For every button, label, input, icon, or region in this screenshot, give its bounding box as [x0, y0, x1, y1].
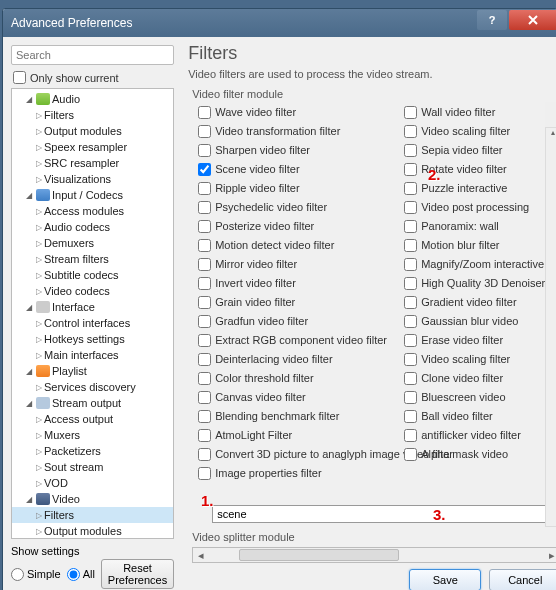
radio-all[interactable]: All — [67, 568, 95, 581]
filter-checkbox[interactable] — [198, 296, 211, 309]
filter-checkbox[interactable] — [198, 144, 211, 157]
tree-playlist-child[interactable]: Services discovery — [12, 379, 173, 395]
filter-item[interactable]: Invert video filter — [198, 275, 398, 291]
filter-checkbox[interactable] — [198, 220, 211, 233]
filter-item[interactable]: Video transformation filter — [198, 123, 398, 139]
scene-text-input[interactable] — [212, 505, 555, 523]
tree-video-child[interactable]: Filters — [12, 507, 173, 523]
filter-item[interactable]: Color threshold filter — [198, 370, 398, 386]
tree-stream-child[interactable]: Muxers — [12, 427, 173, 443]
filter-checkbox[interactable] — [404, 106, 417, 119]
filter-checkbox[interactable] — [198, 182, 211, 195]
preferences-tree[interactable]: AudioFiltersOutput modulesSpeex resample… — [11, 88, 174, 539]
filter-checkbox[interactable] — [198, 467, 211, 480]
filter-item[interactable]: Gradfun video filter — [198, 313, 398, 329]
filter-checkbox[interactable] — [404, 144, 417, 157]
filter-item[interactable]: Canvas video filter — [198, 389, 398, 405]
filter-checkbox[interactable] — [404, 372, 417, 385]
tree-interface-child[interactable]: Main interfaces — [12, 347, 173, 363]
save-button[interactable]: Save — [409, 569, 481, 590]
only-show-current[interactable]: Only show current — [13, 71, 174, 84]
tree-audio[interactable]: Audio — [12, 91, 173, 107]
scroll-right-icon[interactable]: ▸ — [544, 549, 556, 562]
filter-item[interactable]: Convert 3D picture to anaglyph image vid… — [198, 446, 398, 462]
filter-item[interactable]: High Quality 3D Denoiser — [404, 275, 545, 291]
tree-input-child[interactable]: Subtitle codecs — [12, 267, 173, 283]
filter-item[interactable]: Sharpen video filter — [198, 142, 398, 158]
filter-checkbox[interactable] — [404, 125, 417, 138]
filter-checkbox[interactable] — [198, 410, 211, 423]
tree-stream-child[interactable]: Access output — [12, 411, 173, 427]
horizontal-scrollbar[interactable]: ◂ ▸ — [192, 547, 556, 563]
tree-interface[interactable]: Interface — [12, 299, 173, 315]
scroll-thumb[interactable] — [239, 549, 399, 561]
tree-input-child[interactable]: Audio codecs — [12, 219, 173, 235]
tree-audio-child[interactable]: Output modules — [12, 123, 173, 139]
filter-item[interactable]: Rotate video filter — [404, 161, 545, 177]
filter-checkbox[interactable] — [404, 163, 417, 176]
tree-input-child[interactable]: Demuxers — [12, 235, 173, 251]
filter-checkbox[interactable] — [404, 277, 417, 290]
tree-input-child[interactable]: Access modules — [12, 203, 173, 219]
filter-item[interactable]: Mirror video filter — [198, 256, 398, 272]
filter-checkbox[interactable] — [198, 372, 211, 385]
filter-checkbox[interactable] — [404, 391, 417, 404]
filter-item[interactable]: Gradient video filter — [404, 294, 545, 310]
filter-item[interactable]: Image properties filter — [198, 465, 398, 481]
tree-audio-child[interactable]: SRC resampler — [12, 155, 173, 171]
filter-item[interactable]: Ball video filter — [404, 408, 545, 424]
filter-item[interactable]: Grain video filter — [198, 294, 398, 310]
close-button[interactable] — [509, 10, 556, 30]
filter-checkbox[interactable] — [404, 429, 417, 442]
filter-item[interactable]: Ripple video filter — [198, 180, 398, 196]
filter-item[interactable]: AtmoLight Filter — [198, 427, 398, 443]
help-button[interactable]: ? — [477, 10, 507, 30]
filter-item[interactable]: Scene video filter — [198, 161, 398, 177]
tree-stream-child[interactable]: Sout stream — [12, 459, 173, 475]
search-input[interactable] — [11, 45, 174, 65]
filter-checkbox[interactable] — [198, 448, 211, 461]
filter-item[interactable]: Magnify/Zoom interactive — [404, 256, 545, 272]
tree-audio-child[interactable]: Filters — [12, 107, 173, 123]
filter-item[interactable]: Psychedelic video filter — [198, 199, 398, 215]
filter-item[interactable]: Sepia video filter — [404, 142, 545, 158]
filter-checkbox[interactable] — [404, 220, 417, 233]
radio-simple[interactable]: Simple — [11, 568, 61, 581]
filter-item[interactable]: Puzzle interactive — [404, 180, 545, 196]
tree-input-child[interactable]: Stream filters — [12, 251, 173, 267]
filter-item[interactable]: Posterize video filter — [198, 218, 398, 234]
filter-checkbox[interactable] — [198, 353, 211, 366]
filter-checkbox[interactable] — [198, 277, 211, 290]
filter-item[interactable]: Motion blur filter — [404, 237, 545, 253]
filter-item[interactable]: Wall video filter — [404, 104, 545, 120]
filter-checkbox[interactable] — [404, 315, 417, 328]
cancel-button[interactable]: Cancel — [489, 569, 556, 590]
filter-checkbox[interactable] — [404, 410, 417, 423]
filter-checkbox[interactable] — [404, 182, 417, 195]
filter-item[interactable]: Wave video filter — [198, 104, 398, 120]
filter-checkbox[interactable] — [198, 106, 211, 119]
scroll-up-icon[interactable]: ▴ — [546, 128, 556, 142]
filter-checkbox[interactable] — [198, 429, 211, 442]
filter-checkbox[interactable] — [198, 315, 211, 328]
tree-audio-child[interactable]: Speex resampler — [12, 139, 173, 155]
filter-checkbox[interactable] — [198, 391, 211, 404]
filter-checkbox[interactable] — [404, 448, 417, 461]
filter-item[interactable]: Motion detect video filter — [198, 237, 398, 253]
filter-item[interactable]: Erase video filter — [404, 332, 545, 348]
filter-item[interactable]: Extract RGB component video filter — [198, 332, 398, 348]
tree-interface-child[interactable]: Control interfaces — [12, 315, 173, 331]
filter-checkbox[interactable] — [198, 125, 211, 138]
filter-item[interactable]: Video scaling filter — [404, 351, 545, 367]
filter-item[interactable]: Gaussian blur video — [404, 313, 545, 329]
filter-checkbox[interactable] — [404, 334, 417, 347]
tree-audio-child[interactable]: Visualizations — [12, 171, 173, 187]
tree-video-child[interactable]: Output modules — [12, 523, 173, 539]
filter-item[interactable]: Bluescreen video — [404, 389, 545, 405]
filter-checkbox[interactable] — [404, 239, 417, 252]
filter-checkbox[interactable] — [198, 201, 211, 214]
tree-video[interactable]: Video — [12, 491, 173, 507]
filter-item[interactable]: Blending benchmark filter — [198, 408, 398, 424]
filter-checkbox[interactable] — [404, 296, 417, 309]
filter-item[interactable]: Video scaling filter — [404, 123, 545, 139]
